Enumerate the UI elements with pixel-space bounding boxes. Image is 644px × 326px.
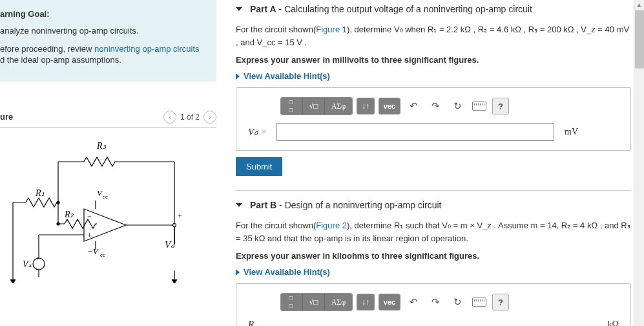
chevron-down-icon [236,7,242,11]
svg-text:R₂: R₂ [64,210,74,219]
svg-text:cc: cc [100,252,105,258]
redo-button[interactable]: ↷ [426,98,444,114]
svg-text:−: − [36,265,40,272]
reset-button[interactable]: ↻ [448,98,466,114]
keyboard-button[interactable] [470,294,488,310]
circuit-figure: R₃ R₁ R₂ V cc −V [0,136,216,285]
svg-text:−V: −V [87,246,99,256]
undo-button[interactable]: ↶ [404,294,422,310]
scroll-up-button[interactable]: ▲ [634,0,644,10]
scrollbar-thumb[interactable] [635,10,644,69]
svg-point-30 [57,201,59,204]
equation-toolbar-b: √□ ΑΣφ ↓↑ vec ↶ ↷ ↻ ? [280,293,619,311]
svg-point-31 [57,223,59,225]
part-b-prompt: For the circuit shown(Figure 2), determi… [236,219,631,244]
sqrt-tool-button[interactable]: √□ [303,294,325,310]
part-b-header[interactable]: Part B - Design of a noninverting op-amp… [236,200,631,210]
keyboard-button[interactable] [470,98,488,114]
goal-sentence-1: analyze noninverting op-amp circuits. [0,25,209,37]
goal-sentence-2: efore proceeding, review noninverting op… [0,43,209,66]
subscript-tool-button[interactable]: ↓↑ [357,294,375,310]
undo-button[interactable]: ↶ [404,98,422,114]
vertical-scrollbar[interactable]: ▲ [634,0,644,326]
learning-goal-title: arning Goal: [0,9,209,19]
chevron-right-icon [236,269,240,276]
part-b-var-label: R [248,319,276,326]
part-a-var-label: V₀ = [248,126,276,138]
svg-text:+: + [36,255,40,262]
part-a-header[interactable]: Part A - Calculating the output voltage … [236,4,631,14]
vec-tool-button[interactable]: vec [379,294,400,310]
review-link[interactable]: noninverting op-amp circuits [94,44,200,54]
subscript-tool-button[interactable]: ↓↑ [357,98,375,114]
part-a-submit-button[interactable]: Submit [236,157,282,176]
part-b-unit: kΩ [608,320,619,327]
pager-prev-button[interactable]: ‹ [163,111,176,124]
keyboard-icon [472,102,486,111]
figure-1-link[interactable]: Figure 1 [316,25,347,34]
part-a-hints-toggle[interactable]: View Available Hint(s) [236,71,631,81]
part-a-answer-input[interactable] [276,123,554,141]
svg-text:R₁: R₁ [35,188,45,198]
figure-pager: ‹ 1 of 2 › [163,111,216,124]
greek-tool-button[interactable]: ΑΣφ [325,98,352,114]
part-b-express: Express your answer in kiloohms to three… [236,251,631,261]
redo-button[interactable]: ↷ [426,294,444,310]
chevron-right-icon [236,73,240,80]
help-button[interactable]: ? [492,98,509,114]
svg-text:+: + [178,212,182,221]
reset-button[interactable]: ↻ [448,294,466,310]
figure-2-link[interactable]: Figure 2 [316,221,347,230]
svg-text:Vₓ: Vₓ [23,259,33,269]
svg-point-20 [173,223,176,226]
svg-text:−: − [87,212,92,221]
part-b-hints-toggle[interactable]: View Available Hint(s) [236,267,631,277]
svg-text:cc: cc [103,193,108,200]
fraction-tool-button[interactable] [281,98,303,114]
part-a-express: Express your answer in millivolts to thr… [236,55,631,65]
pager-next-button[interactable]: › [203,111,216,124]
figure-title: ure [0,112,13,122]
part-a-unit: mV [565,127,578,137]
help-button[interactable]: ? [492,294,509,310]
keyboard-icon [472,298,486,307]
vec-tool-button[interactable]: vec [379,98,400,114]
sqrt-tool-button[interactable]: √□ [303,98,325,114]
svg-text:Vₒ: Vₒ [165,239,175,250]
pager-text: 1 of 2 [180,113,200,122]
part-b-answer-box: √□ ΑΣφ ↓↑ vec ↶ ↷ ↻ ? R kΩ [236,283,631,326]
learning-goal-box: arning Goal: analyze noninverting op-amp… [0,0,216,82]
part-a-prompt: For the circuit shown(Figure 1), determi… [236,23,631,49]
greek-tool-button[interactable]: ΑΣφ [325,294,352,310]
svg-text:R₃: R₃ [96,141,107,151]
equation-toolbar: √□ ΑΣφ ↓↑ vec ↶ ↷ ↻ ? [280,97,619,115]
chevron-down-icon [236,203,242,207]
fraction-tool-button[interactable] [281,294,303,310]
part-a-answer-box: √□ ΑΣφ ↓↑ vec ↶ ↷ ↻ ? V₀ = mV [236,87,631,151]
svg-text:+: + [87,231,92,240]
